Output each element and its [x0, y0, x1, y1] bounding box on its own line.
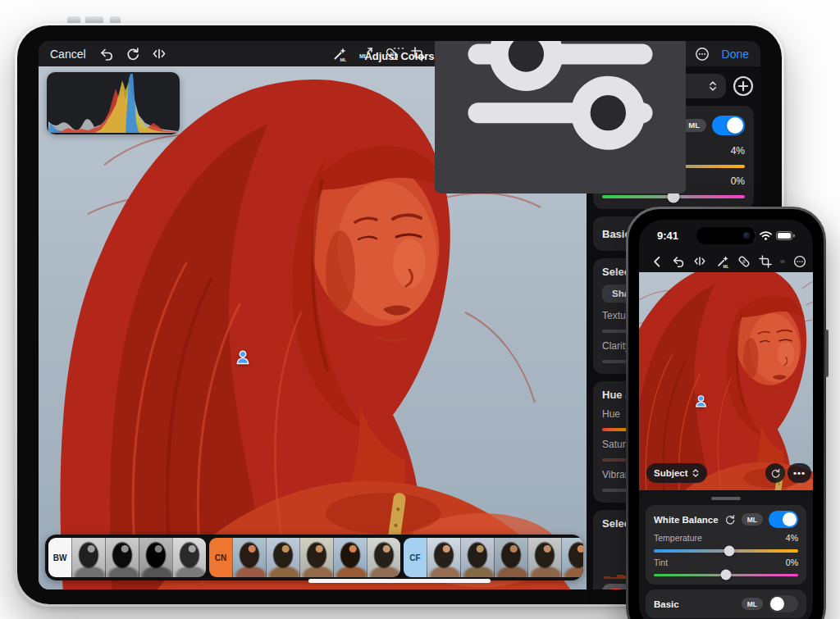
filter-thumb[interactable] — [367, 538, 400, 577]
basic-card: Basic ML — [646, 589, 806, 618]
filter-thumb[interactable] — [299, 538, 333, 577]
filter-group-bw: BW — [48, 538, 206, 577]
tint-value: 0% — [786, 558, 798, 567]
add-selection-button[interactable] — [733, 75, 754, 97]
filter-group-cn: CN — [209, 538, 400, 577]
subject-pin-icon[interactable] — [693, 394, 709, 409]
repair-icon[interactable] — [737, 255, 751, 268]
more-chip[interactable]: ••• — [788, 463, 811, 483]
more-chip-label: ••• — [793, 468, 806, 478]
crop-icon[interactable] — [759, 255, 772, 268]
tint-slider[interactable] — [654, 574, 798, 577]
filter-thumb[interactable] — [266, 538, 299, 577]
status-time: 9:41 — [657, 230, 678, 242]
done-button[interactable]: Done — [722, 48, 749, 61]
iphone-device: 9:41 — [626, 207, 826, 619]
chevron-up-down-icon — [710, 82, 715, 90]
filter-thumb[interactable] — [71, 538, 105, 577]
reset-chip[interactable] — [765, 463, 785, 483]
chevron-up-down-icon — [693, 470, 697, 476]
ml-super-resolution-icon[interactable] — [358, 47, 373, 61]
compare-icon[interactable] — [693, 255, 706, 268]
repair-icon[interactable] — [385, 47, 399, 61]
back-icon[interactable] — [651, 255, 664, 268]
filter-thumb[interactable] — [232, 538, 266, 577]
ipad-toolbar: Cancel ••• Adjust Colors Done — [39, 41, 760, 66]
more-options-icon[interactable] — [793, 255, 806, 268]
ml-enhance-icon[interactable] — [716, 255, 729, 268]
undo-icon[interactable] — [672, 255, 685, 268]
filter-group-cf: CF — [404, 538, 583, 577]
iphone-adjustments-sheet: White Balance ML Temperature 4% Tint 0% — [639, 492, 813, 619]
filter-tag-cn[interactable]: CN — [209, 538, 232, 577]
filter-thumb[interactable] — [139, 538, 172, 577]
temperature-value: 4% — [786, 533, 798, 543]
subject-pin-icon[interactable] — [234, 348, 252, 366]
temperature-label: Temperature — [654, 533, 702, 543]
ml-button[interactable]: ML — [742, 598, 763, 610]
iphone-bezel: 9:41 — [628, 209, 824, 619]
filters-filmstrip: BW CN CF — [45, 535, 583, 580]
battery-icon — [776, 231, 795, 240]
ipad-home-indicator[interactable] — [308, 579, 491, 583]
undo-icon[interactable] — [99, 47, 114, 61]
filter-thumb[interactable] — [333, 538, 367, 577]
filter-tag-cf[interactable]: CF — [404, 538, 427, 577]
adjust-sliders-icon — [437, 41, 683, 177]
adjust-tool-selected[interactable] — [780, 260, 785, 263]
basic-title: Basic — [654, 599, 736, 609]
masked-photo — [639, 272, 813, 490]
dynamic-island — [696, 227, 756, 244]
sheet-grab-handle[interactable] — [711, 497, 741, 500]
front-camera-icon — [743, 232, 751, 239]
subject-chip-label: Subject — [654, 468, 688, 478]
compare-icon[interactable] — [152, 47, 167, 61]
ml-button[interactable]: ML — [682, 119, 706, 132]
iphone-toolbar — [639, 249, 813, 274]
hue-label: Hue — [602, 408, 620, 420]
iphone-photo-canvas[interactable]: Subject ••• — [639, 272, 813, 490]
basic-toggle[interactable] — [769, 595, 798, 612]
tint-label: Tint — [654, 558, 668, 567]
iphone-side-button — [825, 330, 829, 377]
tint-slider[interactable] — [602, 195, 745, 198]
crop-icon[interactable] — [411, 47, 426, 61]
iphone-status-bar: 9:41 — [639, 220, 813, 249]
subject-selector-chip[interactable]: Subject — [646, 463, 707, 483]
white-balance-toggle[interactable] — [712, 116, 745, 135]
temperature-slider[interactable] — [654, 549, 798, 553]
white-balance-title: White Balance — [654, 515, 719, 525]
filter-thumb[interactable] — [527, 538, 561, 577]
filter-thumb[interactable] — [561, 538, 583, 577]
iphone-screen: 9:41 — [639, 220, 813, 619]
revert-icon[interactable] — [126, 47, 140, 61]
histogram-panel — [47, 72, 180, 134]
more-options-icon[interactable] — [695, 47, 710, 61]
white-balance-card: White Balance ML Temperature 4% Tint 0% — [646, 505, 806, 585]
filter-thumb[interactable] — [460, 538, 494, 577]
filter-tag-bw[interactable]: BW — [48, 538, 71, 577]
tint-value: 0% — [731, 175, 745, 187]
ml-button[interactable]: ML — [742, 513, 763, 526]
reset-icon[interactable] — [724, 514, 736, 526]
filter-thumb[interactable] — [172, 538, 206, 577]
white-balance-toggle[interactable] — [769, 511, 798, 528]
filter-thumb[interactable] — [427, 538, 460, 577]
filter-thumb[interactable] — [494, 538, 527, 577]
adjust-tool-selected[interactable] — [435, 41, 686, 193]
filter-thumb[interactable] — [105, 538, 139, 577]
wifi-icon — [760, 231, 772, 240]
ml-enhance-icon[interactable] — [332, 47, 347, 61]
temperature-value: 4% — [731, 145, 745, 157]
cancel-button[interactable]: Cancel — [50, 48, 86, 61]
